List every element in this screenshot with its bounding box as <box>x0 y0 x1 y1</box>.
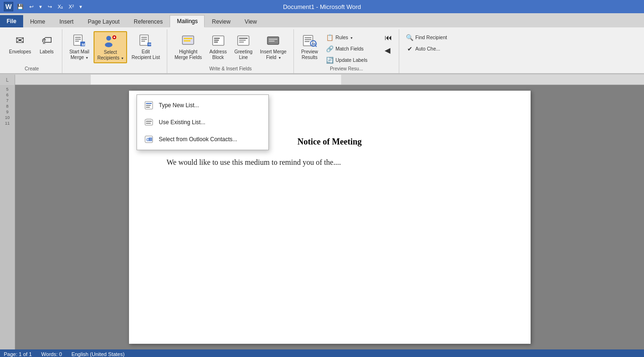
select-recipients-label: SelectRecipients ▾ <box>97 50 123 61</box>
svg-line-37 <box>315 45 317 47</box>
address-block-button[interactable]: AddressBlock <box>206 31 230 63</box>
preview-small-btns: 📋 Rules ▾ 🔗 Match Fields 🔄 Update Labels <box>323 31 380 65</box>
undo-dropdown[interactable]: ▾ <box>37 3 44 11</box>
svg-rect-11 <box>140 35 148 45</box>
svg-rect-30 <box>269 41 275 42</box>
type-new-list-item[interactable]: Type New List... <box>137 97 268 114</box>
vruler-label: 11 <box>5 121 9 126</box>
find-recipient-label: Find Recipient <box>415 34 447 40</box>
ruler-side: L <box>0 75 15 85</box>
select-recipients-icon <box>103 34 118 49</box>
tab-view[interactable]: View <box>238 15 264 27</box>
svg-text:ABC: ABC <box>311 42 317 45</box>
address-block-label: AddressBlock <box>209 49 227 60</box>
customize-qat[interactable]: ▾ <box>77 3 84 11</box>
insert-merge-field-button[interactable]: Insert MergeField ▾ <box>257 31 290 63</box>
tab-bar: File Home Insert Page Layout References … <box>0 13 644 27</box>
first-record-button[interactable]: ⏮ <box>382 32 395 43</box>
svg-rect-12 <box>141 37 147 38</box>
redo-button[interactable]: ↪ <box>46 3 54 11</box>
ribbon-group-find: 🔍 Find Recipient ✔ Auto Che... <box>399 29 464 73</box>
ruler-main: // rendered statically <box>15 75 644 85</box>
undo-button[interactable]: ↩ <box>27 3 35 11</box>
svg-rect-13 <box>141 39 147 40</box>
start-mail-merge-icon: M <box>72 33 87 48</box>
svg-rect-2 <box>75 39 81 40</box>
svg-rect-50 <box>149 137 152 141</box>
svg-point-7 <box>105 42 112 47</box>
envelopes-button[interactable]: ✉ Envelopes <box>6 31 34 63</box>
save-button[interactable]: 💾 <box>15 3 26 11</box>
rules-button[interactable]: 📋 Rules ▾ <box>323 32 380 42</box>
page-info: Page: 1 of 1 <box>4 351 32 357</box>
start-mail-merge-button[interactable]: M Start MailMerge ▾ <box>66 31 93 63</box>
tab-references[interactable]: References <box>127 15 170 27</box>
svg-rect-34 <box>305 41 309 42</box>
svg-rect-41 <box>146 103 152 104</box>
words-info: Words: 0 <box>41 351 62 357</box>
svg-rect-14 <box>141 41 145 42</box>
labels-button[interactable]: 🏷 Labels <box>35 31 58 63</box>
svg-rect-39 <box>91 75 341 85</box>
tab-insert[interactable]: Insert <box>52 15 81 27</box>
svg-rect-19 <box>184 40 190 42</box>
svg-rect-47 <box>146 119 151 120</box>
prev-record-button[interactable]: ◀ <box>382 44 395 56</box>
svg-point-6 <box>106 36 111 41</box>
ribbon-group-create: ✉ Envelopes 🏷 Labels Create <box>2 29 62 73</box>
vruler-label: 5 <box>6 87 9 92</box>
tab-mailings[interactable]: Mailings <box>170 15 205 27</box>
greeting-line-icon <box>236 33 251 48</box>
vruler-label: 7 <box>6 98 9 103</box>
title-bar-left: W 💾 ↩ ▾ ↪ X₂ X² ▾ <box>4 2 84 11</box>
svg-rect-44 <box>145 119 153 125</box>
insert-merge-field-icon <box>266 33 281 48</box>
svg-rect-42 <box>146 105 151 106</box>
auto-check-button[interactable]: ✔ Auto Che... <box>403 43 460 54</box>
svg-rect-1 <box>75 37 81 38</box>
create-buttons: ✉ Envelopes 🏷 Labels <box>6 31 58 65</box>
ribbon-group-start-mail-merge: M Start MailMerge ▾ <box>62 29 168 73</box>
ribbon: File Home Insert Page Layout References … <box>0 13 644 75</box>
greeting-line-button[interactable]: GreetingLine <box>231 31 256 63</box>
select-recipients-button[interactable]: SelectRecipients ▾ <box>94 31 127 63</box>
svg-rect-33 <box>305 39 311 40</box>
svg-rect-26 <box>239 40 246 41</box>
tab-page-layout[interactable]: Page Layout <box>81 15 127 27</box>
edit-recipient-list-icon: ✏ <box>138 33 153 48</box>
select-from-outlook-item[interactable]: @ Select from Outlook Contacts... <box>137 131 268 148</box>
write-insert-group-label: Write & Insert Fields <box>209 65 252 71</box>
use-existing-list-item[interactable]: Use Existing List... <box>137 114 268 131</box>
title-bar: W 💾 ↩ ▾ ↪ X₂ X² ▾ Document1 - Microsoft … <box>0 0 644 13</box>
type-new-list-icon <box>144 100 154 110</box>
vertical-ruler: 5 6 7 8 9 10 11 <box>0 85 15 349</box>
superscript-button[interactable]: X² <box>67 3 76 10</box>
find-recipient-button[interactable]: 🔍 Find Recipient <box>403 32 460 42</box>
rules-icon: 📋 <box>326 34 334 41</box>
preview-group-label: Preview Resu... <box>330 65 363 71</box>
svg-rect-18 <box>184 38 192 39</box>
tab-file[interactable]: File <box>0 15 23 27</box>
tab-review[interactable]: Review <box>205 15 237 27</box>
edit-recipient-list-button[interactable]: ✏ EditRecipient List <box>128 31 163 63</box>
create-group-label: Create <box>25 65 39 71</box>
svg-rect-27 <box>239 42 244 42</box>
status-bar: Page: 1 of 1 Words: 0 English (United St… <box>0 349 644 357</box>
svg-text:✏: ✏ <box>148 42 152 47</box>
highlight-merge-fields-icon <box>180 33 196 48</box>
update-labels-button[interactable]: 🔄 Update Labels <box>323 55 380 65</box>
auto-check-icon: ✔ <box>406 45 413 52</box>
subscript-button[interactable]: X₂ <box>56 3 65 11</box>
highlight-merge-fields-label: HighlightMerge Fields <box>174 49 202 60</box>
tab-home[interactable]: Home <box>23 15 52 27</box>
preview-results-button[interactable]: ABC PreviewResults <box>298 31 321 63</box>
match-fields-button[interactable]: 🔗 Match Fields <box>323 43 380 54</box>
mail-merge-buttons: M Start MailMerge ▾ <box>66 31 163 70</box>
svg-rect-43 <box>146 107 150 108</box>
envelopes-icon: ✉ <box>12 33 27 48</box>
ribbon-group-preview: ABC PreviewResults 📋 Rules ▾ 🔗 Match Fie <box>294 29 399 73</box>
ribbon-content: ✉ Envelopes 🏷 Labels Create <box>0 27 644 74</box>
language-info: English (United States) <box>71 351 125 357</box>
ruler-area: L // rendered statically <box>0 75 644 85</box>
highlight-merge-fields-button[interactable]: HighlightMerge Fields <box>171 31 205 63</box>
